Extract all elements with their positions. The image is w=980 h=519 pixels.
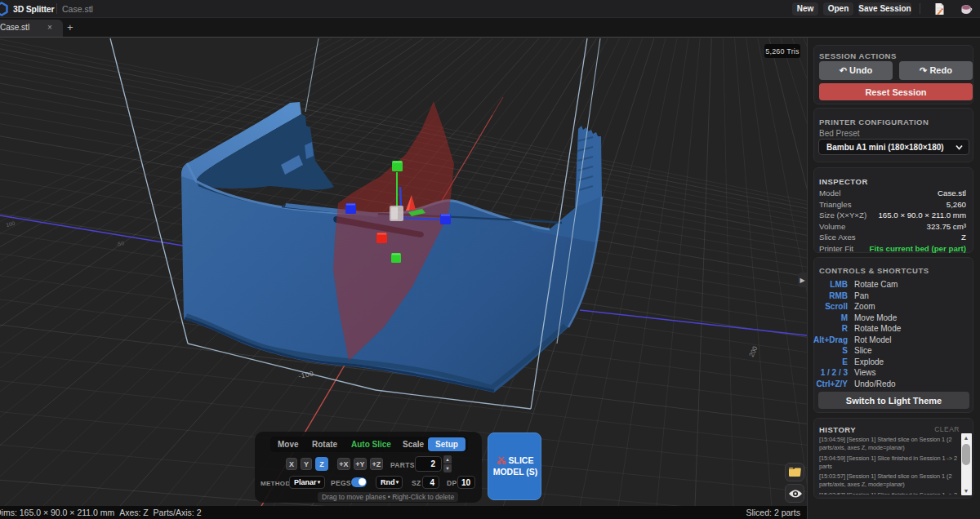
svg-text:200: 200 xyxy=(748,344,760,357)
svg-text:-50: -50 xyxy=(116,240,125,247)
